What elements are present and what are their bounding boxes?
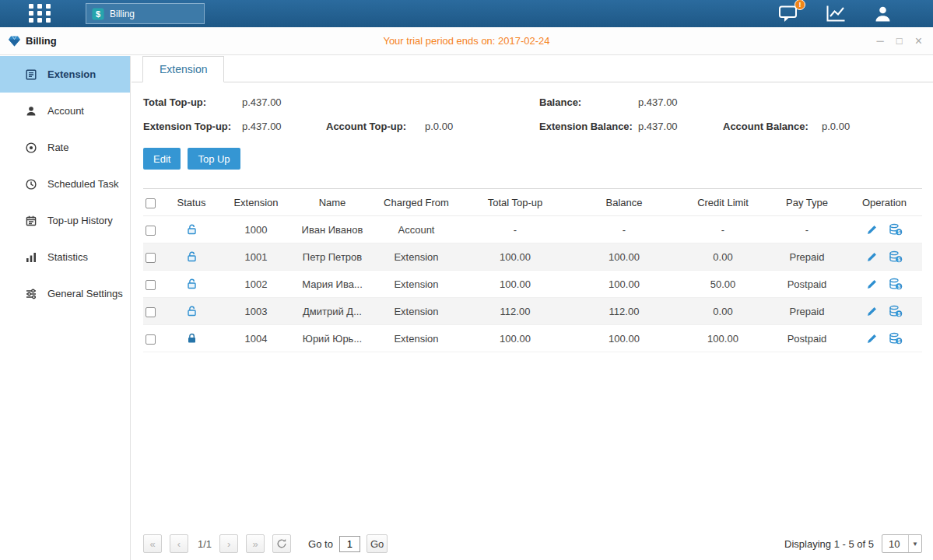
sidebar-item-account[interactable]: Account xyxy=(0,93,130,129)
summary-label: Account Top-up: xyxy=(326,121,425,132)
main-content: Extension Total Top-up:p.437.00 Balance:… xyxy=(132,56,933,560)
row-checkbox[interactable] xyxy=(146,307,156,317)
credit-limit-cell: 50.00 xyxy=(679,271,767,298)
operation-cell: $ xyxy=(847,298,922,325)
clock-icon xyxy=(25,178,37,191)
summary-label: Account Balance: xyxy=(723,121,822,132)
goto-page-input[interactable] xyxy=(339,536,360,552)
svg-text:$: $ xyxy=(897,311,900,317)
calendar-icon xyxy=(25,215,37,227)
topbar-tab-billing[interactable]: $ Billing xyxy=(86,3,205,24)
column-header-charged-from: Charged From xyxy=(372,189,461,216)
status-cell xyxy=(163,325,219,352)
unlocked-lock-icon xyxy=(186,223,198,236)
unlocked-lock-icon xyxy=(186,278,198,290)
credit-limit-cell: 0.00 xyxy=(679,298,767,325)
balance-summary: Total Top-up:p.437.00 Balance:p.437.00 E… xyxy=(132,82,933,135)
topup-coins-icon[interactable]: $ xyxy=(889,278,903,290)
sidebar-item-general-settings[interactable]: General Settings xyxy=(0,275,130,312)
rate-icon xyxy=(25,142,37,154)
name-cell: Мария Ива... xyxy=(293,271,372,298)
tab-extension[interactable]: Extension xyxy=(142,56,224,82)
row-checkbox[interactable] xyxy=(146,334,156,345)
pay-type-cell: Postpaid xyxy=(767,325,847,352)
summary-label: Total Top-up: xyxy=(143,96,242,108)
page-size-select[interactable]: 10 ▼ xyxy=(882,534,922,553)
topup-coins-icon[interactable]: $ xyxy=(889,250,903,263)
operation-cell: $ xyxy=(847,325,922,352)
total-topup-cell: 100.00 xyxy=(461,243,570,271)
sidebar-item-label: Rate xyxy=(47,142,68,153)
edit-pencil-icon[interactable] xyxy=(866,306,878,317)
unlocked-lock-icon xyxy=(186,305,198,317)
topup-coins-icon[interactable]: $ xyxy=(889,305,903,317)
column-header-name: Name xyxy=(293,189,372,216)
sliders-icon xyxy=(25,288,37,300)
topup-coins-icon[interactable]: $ xyxy=(889,332,903,345)
maximize-icon[interactable]: □ xyxy=(896,36,903,46)
row-checkbox[interactable] xyxy=(146,253,156,263)
total-topup-cell: 100.00 xyxy=(461,325,570,352)
go-button[interactable]: Go xyxy=(367,534,388,553)
reports-chart-icon[interactable] xyxy=(826,5,847,23)
top-up-button[interactable]: Top Up xyxy=(188,148,240,170)
table-header-row: Status Extension Name Charged From Total… xyxy=(143,189,922,216)
total-topup-cell: 100.00 xyxy=(461,271,570,298)
row-checkbox[interactable] xyxy=(146,226,156,236)
credit-limit-cell: 0.00 xyxy=(679,243,767,271)
select-all-checkbox[interactable] xyxy=(146,198,156,208)
extension-table-wrap: Status Extension Name Charged From Total… xyxy=(143,188,922,352)
topup-coins-icon[interactable]: $ xyxy=(889,223,903,236)
sidebar-item-label: Scheduled Task xyxy=(47,178,119,190)
sidebar-item-topup-history[interactable]: Top-up History xyxy=(0,202,130,239)
last-page-button[interactable]: » xyxy=(246,534,265,553)
edit-pencil-icon[interactable] xyxy=(866,224,878,236)
messages-icon[interactable]: ! xyxy=(778,4,799,23)
table-row: 1003Дмитрий Д...Extension112.00112.000.0… xyxy=(143,298,922,325)
charged-from-cell: Extension xyxy=(372,271,461,298)
refresh-button[interactable] xyxy=(272,534,291,553)
minimize-icon[interactable]: ─ xyxy=(877,36,884,46)
displaying-text: Displaying 1 - 5 of 5 xyxy=(784,538,874,550)
table-row: 1002Мария Ива...Extension100.00100.0050.… xyxy=(143,271,922,298)
first-page-button[interactable]: « xyxy=(143,534,162,553)
row-select-cell xyxy=(143,243,163,271)
balance-cell: 100.00 xyxy=(570,243,679,271)
charged-from-cell: Extension xyxy=(372,243,461,271)
user-account-icon[interactable] xyxy=(873,5,893,23)
prev-page-button[interactable]: ‹ xyxy=(170,534,188,553)
row-select-cell xyxy=(143,298,163,325)
page-size-value: 10 xyxy=(882,538,908,550)
notification-badge: ! xyxy=(794,0,805,10)
status-cell xyxy=(163,271,219,298)
page-indicator: 1/1 xyxy=(198,538,212,550)
sidebar-item-label: Top-up History xyxy=(47,215,113,226)
sidebar-item-scheduled-task[interactable]: Scheduled Task xyxy=(0,166,130,202)
row-select-cell xyxy=(143,271,163,298)
account-icon xyxy=(25,105,37,117)
sidebar-item-extension[interactable]: Extension xyxy=(0,56,130,93)
extension-table: Status Extension Name Charged From Total… xyxy=(143,188,922,352)
edit-pencil-icon[interactable] xyxy=(866,333,878,345)
column-header-status: Status xyxy=(163,189,219,216)
charged-from-cell: Extension xyxy=(372,298,461,325)
table-row: 1001Петр ПетровExtension100.00100.000.00… xyxy=(143,243,922,271)
edit-pencil-icon[interactable] xyxy=(866,278,878,290)
apps-grid-icon[interactable] xyxy=(28,3,51,24)
balance-cell: 112.00 xyxy=(570,298,679,325)
close-icon[interactable]: × xyxy=(915,35,922,47)
sidebar-item-statistics[interactable]: Statistics xyxy=(0,239,130,275)
chevron-down-icon: ▼ xyxy=(908,535,921,552)
next-page-button[interactable]: › xyxy=(219,534,238,553)
summary-label: Extension Top-up: xyxy=(143,121,242,132)
column-header-credit-limit: Credit Limit xyxy=(679,189,767,216)
sidebar-item-rate[interactable]: Rate xyxy=(0,129,130,166)
credit-limit-cell: 100.00 xyxy=(679,325,767,352)
operation-cell: $ xyxy=(847,271,922,298)
edit-button[interactable]: Edit xyxy=(143,148,181,170)
row-checkbox[interactable] xyxy=(146,280,156,290)
summary-value: p.0.00 xyxy=(822,121,850,132)
summary-value: p.437.00 xyxy=(242,96,282,108)
edit-pencil-icon[interactable] xyxy=(866,251,878,263)
total-topup-cell: 112.00 xyxy=(461,298,570,325)
